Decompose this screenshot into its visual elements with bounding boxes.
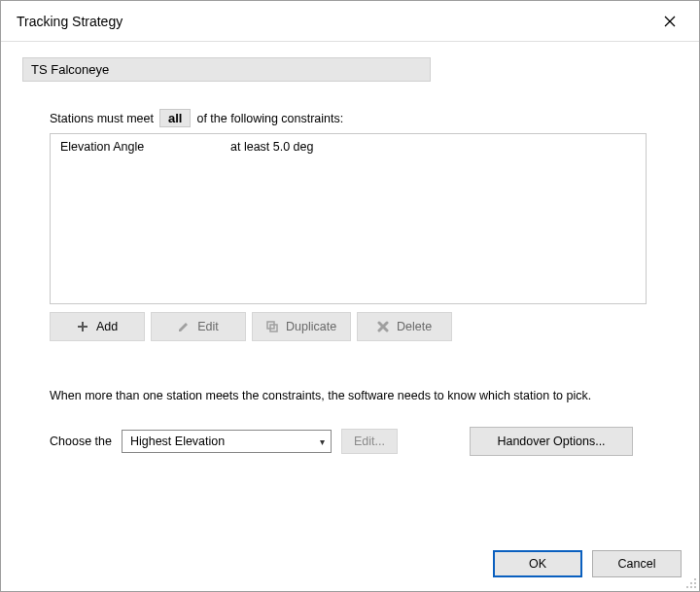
pick-section: When more than one station meets the con…	[50, 386, 633, 456]
chevron-down-icon: ▾	[320, 436, 325, 447]
svg-point-9	[690, 582, 692, 584]
svg-point-12	[690, 586, 692, 588]
svg-point-8	[694, 578, 696, 580]
tracking-strategy-dialog: Tracking Strategy TS Falconeye Stations …	[0, 0, 700, 592]
cancel-label: Cancel	[618, 557, 656, 571]
choose-label: Choose the	[50, 435, 112, 448]
pick-mode-value: Highest Elevation	[130, 435, 225, 448]
pick-row: Choose the Highest Elevation ▾ Edit... H…	[50, 427, 633, 456]
plus-icon	[77, 321, 88, 332]
window-title: Tracking Strategy	[17, 14, 648, 29]
pick-mode-select[interactable]: Highest Elevation ▾	[122, 430, 332, 453]
constraint-label: Elevation Angle	[60, 140, 230, 154]
list-item[interactable]: Elevation Angle at least 5.0 deg	[60, 140, 636, 154]
constraint-condition: at least 5.0 deg	[230, 140, 313, 154]
ok-label: OK	[529, 557, 546, 571]
ok-button[interactable]: OK	[493, 550, 582, 577]
add-label: Add	[96, 320, 118, 333]
pick-edit-button[interactable]: Edit...	[341, 429, 398, 454]
delete-icon	[377, 321, 389, 332]
constraints-toolbar: Add Edit Duplicate	[50, 312, 678, 341]
handover-options-button[interactable]: Handover Options...	[470, 427, 633, 456]
constraints-prefix: Stations must meet	[50, 112, 154, 125]
svg-point-11	[686, 586, 688, 588]
add-button[interactable]: Add	[50, 312, 145, 341]
handover-label: Handover Options...	[497, 435, 605, 448]
close-button[interactable]	[648, 7, 691, 36]
constraints-header: Stations must meet all of the following …	[50, 109, 678, 127]
constraints-suffix: of the following constraints:	[196, 112, 343, 125]
resize-grip-icon	[683, 575, 697, 589]
delete-button[interactable]: Delete	[357, 312, 452, 341]
dialog-content: TS Falconeye Stations must meet all of t…	[1, 42, 699, 591]
cancel-button[interactable]: Cancel	[592, 550, 682, 577]
svg-point-10	[694, 582, 696, 584]
delete-label: Delete	[397, 320, 432, 333]
titlebar: Tracking Strategy	[1, 1, 699, 42]
duplicate-button[interactable]: Duplicate	[252, 312, 351, 341]
pick-edit-label: Edit...	[354, 435, 385, 448]
constraints-qualifier[interactable]: all	[159, 109, 191, 127]
close-icon	[664, 16, 676, 27]
constraints-list[interactable]: Elevation Angle at least 5.0 deg	[50, 133, 647, 304]
dialog-footer: OK Cancel	[493, 550, 682, 577]
pick-explanation: When more than one station meets the con…	[50, 386, 594, 405]
svg-point-13	[694, 586, 696, 588]
edit-label: Edit	[197, 320, 219, 333]
pencil-icon	[178, 321, 190, 332]
strategy-name-field[interactable]: TS Falconeye	[22, 57, 431, 82]
duplicate-icon	[266, 321, 278, 332]
edit-button[interactable]: Edit	[151, 312, 246, 341]
constraints-section: Stations must meet all of the following …	[50, 109, 678, 341]
duplicate-label: Duplicate	[286, 320, 336, 333]
